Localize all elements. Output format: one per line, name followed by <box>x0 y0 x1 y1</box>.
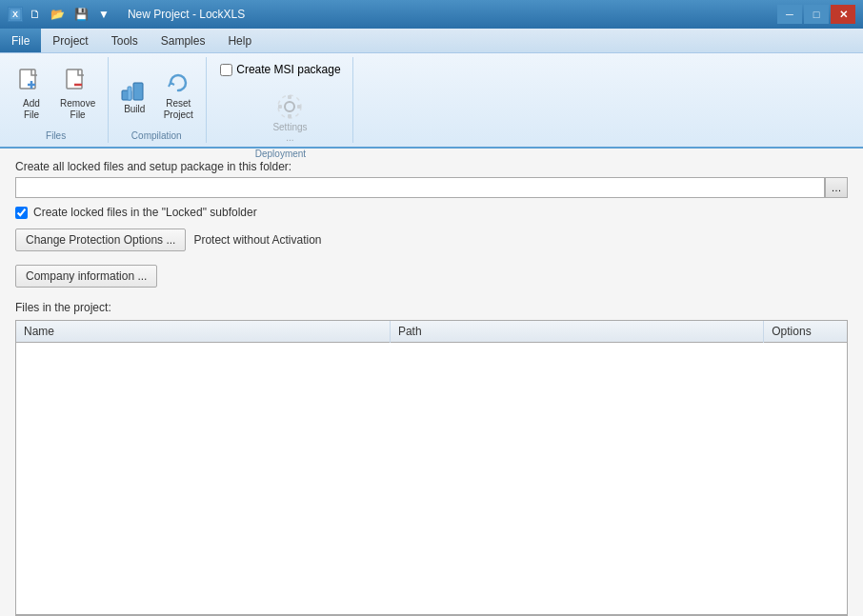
build-icon <box>119 73 150 104</box>
folder-row: … <box>15 177 848 198</box>
locked-subfolder-label[interactable]: Create locked files in the "Locked" subf… <box>33 206 257 219</box>
add-file-icon <box>16 68 47 98</box>
create-msi-checkbox[interactable] <box>220 64 232 76</box>
menu-item-help[interactable]: Help <box>216 29 263 52</box>
menu-item-project[interactable]: Project <box>41 29 99 52</box>
column-header-name: Name <box>16 321 390 343</box>
svg-rect-9 <box>128 87 131 100</box>
ribbon-files-label: Files <box>46 130 66 141</box>
quick-access-toolbar: X 🗋 📂 💾 ▼ <box>8 7 112 22</box>
svg-rect-15 <box>297 105 301 109</box>
reset-icon <box>163 68 193 98</box>
svg-rect-13 <box>288 114 291 118</box>
save-file-quickaccess[interactable]: 💾 <box>71 7 91 22</box>
settings-label: Settings... <box>272 122 307 143</box>
app-icon: X <box>8 7 23 22</box>
window-title: New Project - LockXLS <box>128 8 245 21</box>
ribbon-compilation-label: Compilation <box>131 130 182 141</box>
browse-button[interactable]: … <box>825 177 848 198</box>
column-header-path: Path <box>390 321 763 343</box>
svg-rect-14 <box>278 105 282 109</box>
ribbon-group-compilation: Build ResetProject Compilation <box>110 57 207 143</box>
menu-item-file[interactable]: File <box>0 29 41 52</box>
folder-label: Create all locked files and setup packag… <box>15 160 848 173</box>
ribbon-group-deployment: Create MSI package Settings... Deploymen… <box>209 57 352 143</box>
close-button[interactable]: ✕ <box>831 5 855 24</box>
change-protection-button[interactable]: Change Protection Options ... <box>15 229 186 251</box>
files-table: Name Path Options <box>16 321 847 343</box>
locked-subfolder-row: Create locked files in the "Locked" subf… <box>15 206 848 219</box>
svg-text:X: X <box>12 10 18 19</box>
minimize-button[interactable]: ─ <box>777 5 802 24</box>
reset-project-label: ResetProject <box>164 98 193 121</box>
files-table-container: Name Path Options <box>15 320 848 615</box>
menu-item-samples[interactable]: Samples <box>150 29 217 52</box>
create-msi-row: Create MSI package <box>220 63 340 76</box>
title-bar: X 🗋 📂 💾 ▼ New Project - LockXLS ─ □ ✕ <box>0 0 863 29</box>
window-controls: ─ □ ✕ <box>777 5 855 24</box>
build-button[interactable]: Build <box>114 70 154 118</box>
svg-rect-8 <box>133 83 143 100</box>
maximize-button[interactable]: □ <box>804 5 829 24</box>
ribbon-group-files: AddFile RemoveFile Files <box>8 57 109 143</box>
company-info-row: Company information ... <box>15 265 848 288</box>
title-bar-left: X 🗋 📂 💾 ▼ New Project - LockXLS <box>8 7 245 22</box>
compilation-buttons: Build ResetProject <box>114 59 198 129</box>
build-label: Build <box>124 104 145 115</box>
svg-point-10 <box>285 102 294 111</box>
settings-button[interactable]: Settings... <box>269 88 311 147</box>
svg-rect-12 <box>288 95 291 99</box>
create-msi-label[interactable]: Create MSI package <box>236 63 340 76</box>
new-file-quickaccess[interactable]: 🗋 <box>27 7 44 22</box>
files-buttons: AddFile RemoveFile <box>11 59 100 129</box>
main-content: Create all locked files and setup packag… <box>0 149 863 616</box>
remove-file-button[interactable]: RemoveFile <box>55 65 100 124</box>
settings-wrapper: Settings... <box>239 88 340 147</box>
ribbon: AddFile RemoveFile Files <box>0 53 863 149</box>
files-label: Files in the project: <box>15 301 848 314</box>
folder-input[interactable] <box>15 177 825 198</box>
action-buttons-row: Change Protection Options ... Protect wi… <box>15 229 848 251</box>
column-header-options: Options <box>764 321 847 343</box>
add-file-label: AddFile <box>23 98 40 121</box>
ribbon-deployment-label: Deployment <box>255 149 306 159</box>
reset-project-button[interactable]: ResetProject <box>158 65 198 124</box>
quickaccess-dropdown[interactable]: ▼ <box>95 7 112 22</box>
company-info-button[interactable]: Company information ... <box>15 265 157 288</box>
remove-file-icon <box>63 68 93 98</box>
open-file-quickaccess[interactable]: 📂 <box>48 7 68 22</box>
locked-subfolder-checkbox[interactable] <box>15 207 28 219</box>
protect-without-activation-label: Protect without Activation <box>193 233 321 247</box>
menu-item-tools[interactable]: Tools <box>100 29 150 52</box>
remove-file-label: RemoveFile <box>60 98 95 121</box>
menu-bar: File Project Tools Samples Help <box>0 29 863 53</box>
add-file-button[interactable]: AddFile <box>11 65 51 124</box>
